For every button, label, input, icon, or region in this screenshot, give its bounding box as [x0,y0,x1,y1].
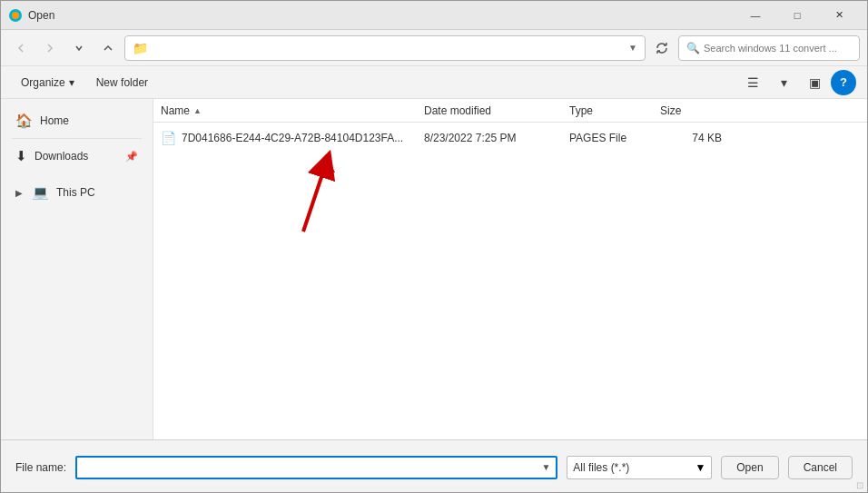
window-title: Open [28,9,735,22]
dropdown-button[interactable] [66,35,92,61]
list-view-icon: ☰ [747,75,759,90]
bottom-bar: File name: ▼ All files (*.*) ▼ Open Canc… [1,439,867,493]
col-header-date[interactable]: Date modified [424,104,569,117]
svg-point-1 [12,12,19,19]
filename-chevron[interactable]: ▼ [541,462,550,472]
sidebar-item-home[interactable]: 🏠 Home [5,107,149,134]
toolbar-row: Organize ▾ New folder ☰ ▾ ▣ ? [1,66,867,99]
view-dropdown-icon: ▾ [781,75,787,90]
svg-line-3 [303,163,326,232]
app-icon [8,8,23,23]
new-folder-button[interactable]: New folder [87,70,157,95]
sidebar-label-downloads: Downloads [35,150,88,163]
col-header-type[interactable]: Type [569,104,660,117]
annotation-arrow [262,150,344,243]
forward-button[interactable] [37,35,63,61]
file-icon: 📄 [161,131,176,145]
toolbar-right: ☰ ▾ ▣ ? [738,70,856,95]
refresh-button[interactable] [649,35,675,61]
sidebar: 🏠 Home ⬇ Downloads 📌 ▶ 💻 This PC [1,99,153,439]
downloads-icon: ⬇ [15,148,27,164]
address-box[interactable]: 📁 ▼ [124,35,646,61]
sidebar-label-thispc: This PC [56,186,95,199]
help-button[interactable]: ? [831,70,856,95]
expand-icon: ▶ [15,188,23,198]
filetype-text: All files (*.*) [573,461,691,474]
close-button[interactable]: ✕ [818,1,860,30]
sidebar-item-downloads[interactable]: ⬇ Downloads 📌 [5,143,149,170]
table-row[interactable]: 📄 7D041686-E244-4C29-A72B-84104D123FA...… [153,126,867,150]
search-box[interactable]: 🔍 [678,35,860,61]
file-cell-size: 74 KB [660,132,733,144]
open-button[interactable]: Open [721,456,778,479]
organize-button[interactable]: Organize ▾ [12,70,84,95]
view-panel-button[interactable]: ▣ [800,70,829,95]
sidebar-item-thispc[interactable]: ▶ 💻 This PC [5,179,149,206]
file-cell-name: 📄 7D041686-E244-4C29-A72B-84104D123FA... [161,131,424,145]
pin-icon: 📌 [125,151,138,163]
file-rows: 📄 7D041686-E244-4C29-A72B-84104D123FA...… [153,123,867,439]
search-icon: 🔍 [686,42,700,54]
col-header-name[interactable]: Name ▲ [161,104,424,117]
svg-marker-4 [317,154,335,173]
col-header-size[interactable]: Size [660,104,733,117]
back-button[interactable] [8,35,34,61]
sidebar-label-home: Home [40,114,69,127]
filename-label: File name: [15,461,66,474]
maximize-button[interactable]: □ [776,1,818,30]
search-input[interactable] [704,43,852,54]
thispc-icon: 💻 [32,184,49,201]
panel-view-icon: ▣ [809,75,821,90]
view-dropdown-button[interactable]: ▾ [769,70,798,95]
filename-input[interactable] [83,461,538,474]
sidebar-divider [12,138,142,139]
file-list-area: Name ▲ Date modified Type Size 📄 [153,99,867,439]
address-bar-row: 📁 ▼ 🔍 [1,30,867,66]
sort-icon: ▲ [193,106,202,115]
file-cell-date: 8/23/2022 7:25 PM [424,132,569,144]
filename-input-wrapper[interactable]: ▼ [75,456,557,479]
resize-handle[interactable]: ⊡ [856,480,863,490]
column-headers: Name ▲ Date modified Type Size [153,99,867,123]
view-list-button[interactable]: ☰ [738,70,767,95]
home-icon: 🏠 [15,113,33,129]
title-bar: Open — □ ✕ [1,1,867,30]
minimize-button[interactable]: — [735,1,776,30]
window-controls: — □ ✕ [735,1,860,30]
folder-icon: 📁 [133,41,148,55]
filetype-select[interactable]: All files (*.*) ▼ [567,456,712,479]
file-cell-type: PAGES File [569,132,660,144]
up-button[interactable] [95,35,121,61]
filetype-chevron-icon: ▼ [695,461,705,474]
cancel-button[interactable]: Cancel [788,456,853,479]
address-chevron: ▼ [628,43,637,53]
main-content: 🏠 Home ⬇ Downloads 📌 ▶ 💻 This PC Name [1,99,867,439]
file-name: 7D041686-E244-4C29-A72B-84104D123FA... [182,132,403,144]
